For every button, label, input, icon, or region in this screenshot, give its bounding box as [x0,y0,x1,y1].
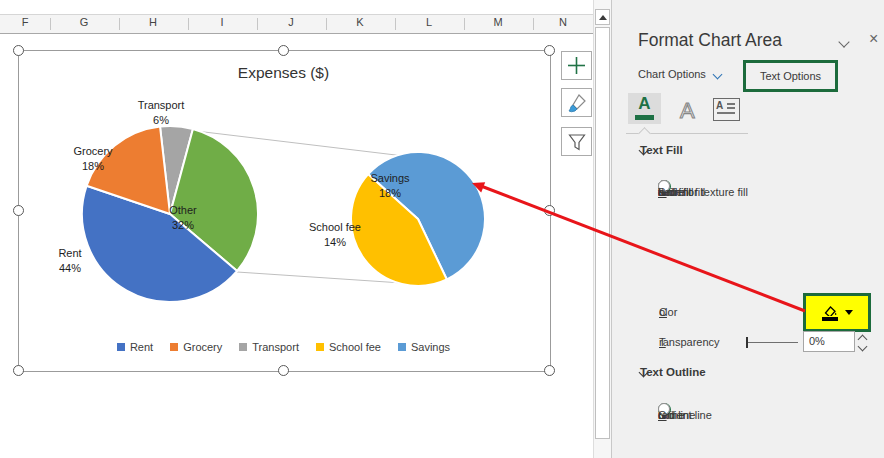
selection-handle[interactable] [544,45,555,56]
column-header-M[interactable]: M [483,16,513,28]
tab-chart-options[interactable]: Chart Options [638,68,706,80]
data-label-grocery[interactable]: Grocery18% [38,144,148,174]
dropdown-caret-icon [845,310,853,315]
funnel-icon [567,132,587,152]
column-header-H[interactable]: H [138,16,168,28]
column-header-J[interactable]: J [276,16,306,28]
current-color-bar [822,317,838,321]
selected-tab-notch [638,127,651,140]
header-separator [464,18,465,30]
header-separator [326,18,327,30]
legend-item-school-fee[interactable]: School fee [316,341,381,353]
selection-handle[interactable] [13,365,24,376]
column-header-K[interactable]: K [345,16,375,28]
column-header-I[interactable]: I [207,16,237,28]
outlined-a-icon: A [672,94,702,124]
column-header-L[interactable]: L [414,16,444,28]
legend-marker-icon [239,343,247,351]
chart-filters-button[interactable] [561,127,592,156]
column-header-N[interactable]: N [548,16,578,28]
text-fill-color-button[interactable] [803,293,871,332]
worksheet[interactable]: FGHIJKLMN Expenses ($) Transport6%Grocer… [0,0,611,458]
pie-of-pie-chart[interactable] [18,50,549,370]
column-header-F[interactable]: F [10,16,40,28]
chevron-down-icon[interactable] [713,70,723,80]
textbox-a-icon: A [716,100,723,111]
scroll-up-button[interactable] [595,9,610,25]
header-separator [395,18,396,30]
chart-elements-button[interactable] [561,51,592,80]
header-separator [50,18,51,30]
transparency-value-input[interactable]: 0% [803,331,855,352]
data-label-savings[interactable]: Savings18% [335,171,445,201]
data-label-school-fee[interactable]: School fee14% [280,220,390,250]
selection-handle[interactable] [278,45,289,56]
header-separator [533,18,534,30]
tab-textbox[interactable]: A [713,98,740,121]
paintbrush-icon [567,93,587,113]
spinner-down-icon[interactable] [858,342,868,352]
pane-title: Format Chart Area [638,30,782,51]
legend-item-grocery[interactable]: Grocery [170,341,222,353]
legend-marker-icon [398,343,406,351]
triangle-up-icon [599,15,607,20]
header-separator [119,18,120,30]
scrollbar-thumb[interactable] [595,27,610,439]
paint-bucket-icon [822,305,838,321]
selection-handle[interactable] [278,365,289,376]
legend-marker-icon [170,343,178,351]
tab-text-fill-outline[interactable]: A [628,93,661,124]
text-fill-letter-icon: A [638,94,650,113]
column-header-G[interactable]: G [69,16,99,28]
close-icon[interactable]: × [869,30,878,48]
selection-handle[interactable] [13,45,24,56]
header-separator [188,18,189,30]
tab-text-effects[interactable]: A [672,94,702,124]
header-separator [257,18,258,30]
chevron-down-icon[interactable] [838,36,849,47]
legend-item-rent[interactable]: Rent [117,341,153,353]
legend-item-transport[interactable]: Transport [239,341,299,353]
transparency-slider[interactable] [748,342,798,343]
selection-handle[interactable] [544,205,555,216]
underline-bar-icon [635,115,654,120]
plus-icon [567,56,586,75]
format-chart-area-pane: Format Chart Area × Chart Options Text O… [611,0,884,458]
legend-marker-icon [117,343,125,351]
transparency-slider-handle[interactable] [746,337,748,348]
svg-text:A: A [680,98,695,123]
tab-text-options-label: Text Options [760,70,821,82]
selection-handle[interactable] [13,205,24,216]
tab-text-options[interactable]: Text Options [743,60,838,92]
data-label-rent[interactable]: Rent44% [15,246,125,276]
series-connector-line [237,272,402,283]
chart-legend[interactable]: RentGroceryTransportSchool feeSavings [18,341,549,353]
chart-styles-button[interactable] [561,88,592,117]
legend-marker-icon [316,343,324,351]
chart-title[interactable]: Expenses ($) [18,64,549,82]
legend-item-savings[interactable]: Savings [398,341,450,353]
data-label-other[interactable]: Other32% [128,203,238,233]
column-header-row: FGHIJKLMN [0,14,593,34]
data-label-transport[interactable]: Transport6% [106,98,216,128]
selection-handle[interactable] [544,365,555,376]
